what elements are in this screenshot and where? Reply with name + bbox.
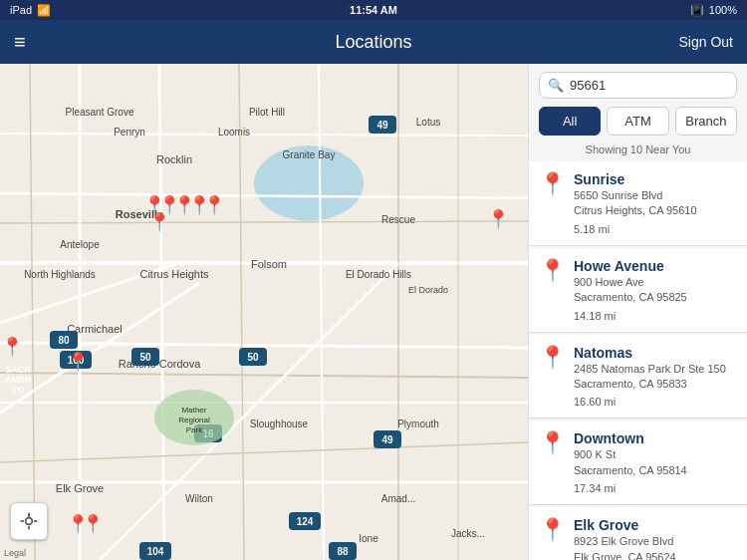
svg-text:SACR: SACR — [5, 365, 31, 375]
svg-text:80: 80 — [58, 335, 70, 346]
showing-label: Showing 10 Near You — [529, 141, 747, 161]
svg-text:Rescue: Rescue — [381, 214, 415, 225]
svg-text:Jacks...: Jacks... — [451, 528, 485, 539]
svg-text:49: 49 — [381, 434, 393, 445]
svg-text:Regional: Regional — [178, 416, 210, 424]
svg-text:📍: 📍 — [67, 351, 90, 373]
ipad-label: iPad — [10, 4, 32, 16]
location-name: Natomas — [574, 345, 737, 361]
map-pin-icon: 📍 — [539, 173, 566, 235]
list-item[interactable]: 📍 Downtown 900 K St Sacramento, CA 95814… — [529, 420, 747, 505]
svg-text:El Dorado Hills: El Dorado Hills — [346, 269, 411, 280]
filter-atm-button[interactable]: ATM — [607, 107, 668, 136]
svg-text:Sloughhouse: Sloughhouse — [250, 419, 309, 429]
status-bar: iPad 📶 11:54 AM 📳 100% — [0, 0, 747, 20]
map-pin-icon: 📍 — [539, 260, 566, 322]
legal-text: Legal — [4, 548, 26, 558]
map-svg: 80 50 160 49 49 16 124 104 88 — [0, 64, 528, 560]
map-pin-icon: 📍 — [539, 347, 566, 409]
svg-text:Plymouth: Plymouth — [397, 419, 439, 429]
svg-text:📍: 📍 — [1, 336, 24, 358]
app-header: ≡ Locations Sign Out — [0, 20, 747, 64]
filter-all-button[interactable]: All — [539, 107, 601, 136]
menu-icon[interactable]: ≡ — [14, 31, 26, 54]
svg-text:North Highlands: North Highlands — [24, 269, 96, 280]
map-area[interactable]: 80 50 160 49 49 16 124 104 88 — [0, 64, 528, 560]
location-name: Downtown — [574, 430, 737, 446]
svg-text:Citrus Heights: Citrus Heights — [139, 268, 209, 280]
search-input[interactable] — [570, 78, 728, 93]
location-name: Elk Grove — [574, 517, 737, 533]
wifi-icon: 📶 — [37, 4, 51, 17]
svg-text:📍: 📍 — [148, 211, 171, 233]
svg-text:Wilton: Wilton — [185, 493, 213, 504]
status-bar-left: iPad 📶 — [10, 4, 51, 17]
main-content: 80 50 160 49 49 16 124 104 88 — [0, 64, 747, 560]
filter-branch-button[interactable]: Branch — [675, 107, 737, 136]
svg-text:Lotus: Lotus — [416, 117, 440, 128]
location-info: Elk Grove 8923 Elk Grove Blvd Elk Grove,… — [574, 517, 737, 560]
list-item[interactable]: 📍 Natomas 2485 Natomas Park Dr Ste 150 S… — [529, 335, 747, 420]
svg-text:88: 88 — [337, 546, 349, 557]
svg-text:50: 50 — [247, 352, 259, 363]
svg-text:Antelope: Antelope — [60, 239, 100, 250]
current-location-button[interactable] — [10, 502, 48, 540]
location-address: 5650 Sunrise Blvd Citrus Heights, CA 956… — [574, 188, 737, 219]
right-panel: 🔍 All ATM Branch Showing 10 Near You 📍 S… — [528, 64, 747, 560]
page-title: Locations — [335, 32, 411, 53]
map-pin-icon: 📍 — [539, 432, 566, 494]
svg-text:Mather: Mather — [182, 406, 207, 415]
search-input-wrapper[interactable]: 🔍 — [539, 72, 737, 99]
location-name: Sunrise — [574, 171, 737, 187]
svg-text:Elk Grove: Elk Grove — [56, 482, 104, 494]
svg-text:Loomis: Loomis — [218, 127, 250, 138]
location-distance: 16.60 mi — [574, 396, 737, 408]
status-bar-right: 📳 100% — [690, 4, 737, 17]
location-address: 900 Howe Ave Sacramento, CA 95825 — [574, 275, 737, 306]
filter-button-group: All ATM Branch — [529, 107, 747, 141]
status-bar-time: 11:54 AM — [350, 4, 397, 16]
bluetooth-icon: 📳 — [690, 4, 704, 17]
location-list[interactable]: 📍 Sunrise 5650 Sunrise Blvd Citrus Heigh… — [529, 161, 747, 560]
svg-point-87 — [26, 518, 33, 525]
location-info: Howe Avenue 900 Howe Ave Sacramento, CA … — [574, 258, 737, 322]
svg-text:104: 104 — [147, 546, 164, 557]
location-address: 2485 Natomas Park Dr Ste 150 Sacramento,… — [574, 362, 737, 393]
svg-text:Park: Park — [186, 425, 203, 434]
sign-out-button[interactable]: Sign Out — [679, 34, 733, 50]
svg-text:Amad...: Amad... — [381, 493, 415, 504]
location-address: 8923 Elk Grove Blvd Elk Grove, CA 95624 — [574, 534, 737, 560]
list-item[interactable]: 📍 Elk Grove 8923 Elk Grove Blvd Elk Grov… — [529, 507, 747, 560]
search-section: 🔍 — [529, 64, 747, 107]
svg-text:49: 49 — [376, 120, 388, 131]
svg-text:Pleasant Grove: Pleasant Grove — [66, 107, 134, 118]
svg-text:TO: TO — [12, 385, 24, 395]
svg-text:Pilot Hill: Pilot Hill — [249, 107, 285, 118]
svg-text:Penryn: Penryn — [114, 127, 145, 138]
svg-text:El Dorado: El Dorado — [408, 285, 448, 295]
location-info: Sunrise 5650 Sunrise Blvd Citrus Heights… — [574, 171, 737, 235]
map-pin-icon: 📍 — [539, 519, 566, 560]
svg-text:Ione: Ione — [359, 533, 378, 544]
svg-text:📍: 📍 — [82, 513, 105, 535]
list-item[interactable]: 📍 Sunrise 5650 Sunrise Blvd Citrus Heigh… — [529, 161, 747, 246]
svg-text:📍: 📍 — [487, 208, 510, 230]
list-item[interactable]: 📍 Howe Avenue 900 Howe Ave Sacramento, C… — [529, 248, 747, 333]
location-name: Howe Avenue — [574, 258, 737, 274]
location-info: Downtown 900 K St Sacramento, CA 95814 1… — [574, 430, 737, 494]
search-icon: 🔍 — [548, 78, 564, 93]
svg-text:Granite Bay: Granite Bay — [283, 149, 336, 160]
battery-label: 100% — [709, 4, 737, 16]
svg-text:AMEN: AMEN — [5, 375, 32, 385]
location-info: Natomas 2485 Natomas Park Dr Ste 150 Sac… — [574, 345, 737, 409]
svg-text:Carmichael: Carmichael — [67, 323, 123, 335]
svg-text:📍: 📍 — [203, 194, 226, 216]
location-distance: 14.18 mi — [574, 310, 737, 322]
location-distance: 17.34 mi — [574, 482, 737, 494]
svg-text:Rancho Cordova: Rancho Cordova — [119, 358, 201, 370]
svg-text:124: 124 — [297, 516, 314, 527]
svg-text:Folsom: Folsom — [251, 258, 287, 270]
location-distance: 5.18 mi — [574, 223, 737, 235]
location-address: 900 K St Sacramento, CA 95814 — [574, 447, 737, 478]
svg-text:Rocklin: Rocklin — [156, 153, 192, 165]
